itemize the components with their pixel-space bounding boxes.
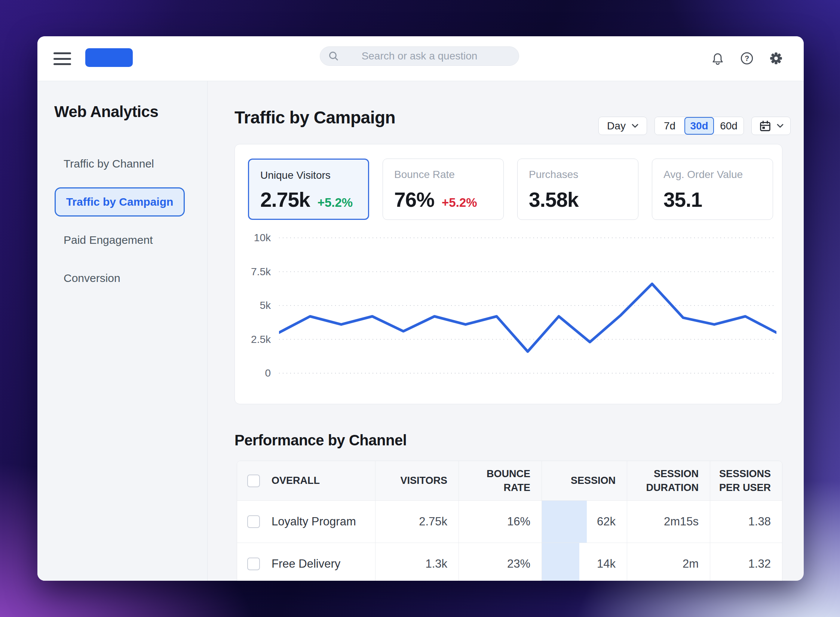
row-name: Loyalty Program xyxy=(272,515,356,528)
range-segmented-control: 7d30d60d xyxy=(654,117,744,135)
session-bar xyxy=(542,501,587,543)
sidebar-title: Web Analytics xyxy=(54,103,158,121)
cell-value: 1.32 xyxy=(748,557,771,571)
cell-value: 23% xyxy=(507,557,530,571)
sidebar: Web Analytics Traffic by ChannelTraffic … xyxy=(37,81,208,581)
kpi-value-row: 35.1 xyxy=(663,188,702,212)
y-tick-label: 2.5k xyxy=(251,334,271,346)
hamburger-menu-icon[interactable] xyxy=(53,52,71,65)
kpi-label: Unique Visitors xyxy=(260,169,357,181)
kpi-card-bounce-rate[interactable]: Bounce Rate76%+5.2% xyxy=(383,159,504,220)
y-tick-label: 5k xyxy=(260,300,271,311)
sidebar-item-conversion[interactable]: Conversion xyxy=(64,259,207,297)
settings-gear-icon[interactable] xyxy=(769,51,783,65)
table-header-sessions-per-user: SESSIONS PER USER xyxy=(710,461,782,500)
column-label: SESSION xyxy=(571,474,616,487)
table-header-session: SESSION xyxy=(542,461,627,500)
sidebar-item-traffic-by-channel[interactable]: Traffic by Channel xyxy=(64,145,207,183)
range-option-7d[interactable]: 7d xyxy=(655,117,684,135)
svg-text:?: ? xyxy=(745,54,749,62)
cell-value: 1.3k xyxy=(425,557,447,571)
cell-session_duration: 2m xyxy=(627,543,710,581)
cell-value: 2m15s xyxy=(664,515,699,528)
kpi-value: 2.75k xyxy=(260,188,310,212)
app-logo xyxy=(85,48,133,67)
table-row-free-delivery[interactable]: Free Delivery1.3k23%14k2m1.32 xyxy=(237,543,782,581)
help-icon[interactable]: ? xyxy=(740,51,754,65)
cell-sessions_per_user: 1.38 xyxy=(710,501,782,543)
kpi-card-unique-visitors[interactable]: Unique Visitors2.75k+5.2% xyxy=(248,159,369,220)
chevron-down-icon xyxy=(632,124,638,128)
kpi-label: Purchases xyxy=(529,169,627,181)
traffic-line-chart xyxy=(279,230,776,391)
search-icon xyxy=(328,50,340,62)
table-header-row: OVERALLVISITORSBOUNCE RATESESSIONSESSION… xyxy=(237,461,782,501)
column-label: OVERALL xyxy=(272,474,320,487)
performance-table: OVERALLVISITORSBOUNCE RATESESSIONSESSION… xyxy=(237,461,782,581)
traffic-chart-card: Unique Visitors2.75k+5.2%Bounce Rate76%+… xyxy=(234,144,782,404)
y-tick-label: 10k xyxy=(254,232,271,244)
kpi-value-row: 2.75k+5.2% xyxy=(260,188,353,212)
y-tick-label: 0 xyxy=(265,367,271,379)
cell-value: 1.38 xyxy=(748,515,771,528)
row-name-cell: Free Delivery xyxy=(237,543,375,581)
cell-sessions_per_user: 1.32 xyxy=(710,543,782,581)
sidebar-nav: Traffic by ChannelTraffic by CampaignPai… xyxy=(37,145,207,297)
kpi-value: 76% xyxy=(394,188,434,212)
kpi-card-avg-order-value[interactable]: Avg. Order Value35.1 xyxy=(652,159,773,220)
cell-value: 62k xyxy=(597,515,616,528)
kpi-value-row: 76%+5.2% xyxy=(394,188,477,212)
kpi-change-badge: +5.2% xyxy=(318,196,353,210)
kpi-label: Avg. Order Value xyxy=(663,169,761,181)
kpi-card-purchases[interactable]: Purchases3.58k xyxy=(517,159,638,220)
row-checkbox[interactable] xyxy=(247,515,260,528)
cell-visitors: 2.75k xyxy=(375,501,459,543)
line-series-unique-visitors xyxy=(279,284,776,352)
main-content: Traffic by Campaign Day 7d30d60d Unique … xyxy=(208,81,804,581)
table-header-session-duration: SESSION DURATION xyxy=(627,461,710,500)
sidebar-item-paid-engagement[interactable]: Paid Engagement xyxy=(64,221,207,259)
date-picker-button[interactable] xyxy=(751,117,791,135)
row-name-cell: Loyalty Program xyxy=(237,501,375,543)
search-input[interactable] xyxy=(320,47,519,65)
table-header-bounce-rate: BOUNCE RATE xyxy=(459,461,542,500)
table-row-loyalty-program[interactable]: Loyalty Program2.75k16%62k2m15s1.38 xyxy=(237,501,782,543)
column-label: BOUNCE RATE xyxy=(459,467,530,494)
notifications-bell-icon[interactable] xyxy=(711,51,725,65)
kpi-value-row: 3.58k xyxy=(529,188,579,212)
app-window: ? Web Analytics Traffic by Chan xyxy=(37,36,804,581)
cell-value: 16% xyxy=(507,515,530,528)
cell-bounce_rate: 16% xyxy=(459,501,542,543)
cell-session_duration: 2m15s xyxy=(627,501,710,543)
range-option-30d[interactable]: 30d xyxy=(684,117,714,135)
top-bar: ? xyxy=(37,36,804,81)
page-title: Traffic by Campaign xyxy=(234,107,395,128)
cell-value: 2.75k xyxy=(419,515,447,528)
cell-session: 14k xyxy=(542,543,627,581)
y-tick-label: 7.5k xyxy=(251,266,271,278)
granularity-dropdown[interactable]: Day xyxy=(598,117,647,135)
kpi-cards: Unique Visitors2.75k+5.2%Bounce Rate76%+… xyxy=(248,159,773,220)
sidebar-item-traffic-by-campaign[interactable]: Traffic by Campaign xyxy=(55,187,185,217)
table-header-overall: OVERALL xyxy=(237,461,375,500)
column-label: VISITORS xyxy=(400,474,447,487)
range-option-60d[interactable]: 60d xyxy=(714,117,744,135)
chart-y-axis: 10k7.5k5k2.5k0 xyxy=(235,230,271,391)
section-title: Performance by Channel xyxy=(234,432,407,449)
granularity-label: Day xyxy=(607,120,626,132)
search-bar[interactable] xyxy=(320,46,519,66)
kpi-value: 35.1 xyxy=(663,188,702,212)
kpi-change-badge: +5.2% xyxy=(442,196,477,210)
column-label: SESSION DURATION xyxy=(627,467,699,494)
kpi-value: 3.58k xyxy=(529,188,579,212)
toolbar: Day 7d30d60d xyxy=(598,117,791,135)
row-name: Free Delivery xyxy=(272,557,340,571)
calendar-icon xyxy=(759,120,772,132)
table-body: Loyalty Program2.75k16%62k2m15s1.38Free … xyxy=(237,501,782,581)
cell-value: 14k xyxy=(597,557,616,571)
table-header-visitors: VISITORS xyxy=(375,461,459,500)
row-checkbox[interactable] xyxy=(247,558,260,570)
select-all-checkbox[interactable] xyxy=(247,475,260,487)
column-label: SESSIONS PER USER xyxy=(710,467,771,494)
chevron-down-icon xyxy=(777,124,784,128)
